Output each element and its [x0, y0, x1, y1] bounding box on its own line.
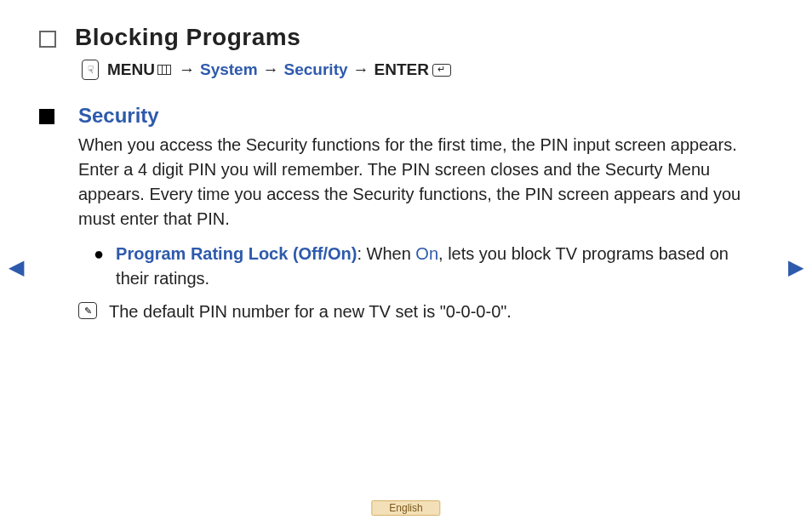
- page-title: Blocking Programs: [75, 24, 300, 51]
- section-paragraph: When you access the Security functions f…: [78, 133, 761, 231]
- breadcrumb-enter: ENTER: [375, 60, 429, 79]
- section-title: Security: [78, 104, 761, 128]
- breadcrumb-security: Security: [284, 60, 348, 79]
- breadcrumb-arrow: →: [263, 60, 279, 79]
- section-bullet-icon: [39, 109, 54, 124]
- note-text: The default PIN number for a new TV set …: [109, 300, 512, 324]
- breadcrumb-menu: MENU: [107, 60, 155, 79]
- breadcrumb-arrow: →: [353, 60, 369, 79]
- next-page-arrow[interactable]: ▶: [788, 255, 803, 279]
- prev-page-arrow[interactable]: ◀: [9, 255, 24, 279]
- title-bullet-icon: [39, 31, 56, 48]
- enter-icon: [432, 64, 451, 77]
- bullet-dot-icon: ●: [94, 242, 104, 291]
- feature-bullet: ● Program Rating Lock (Off/On): When On,…: [94, 242, 761, 291]
- breadcrumb-system: System: [200, 60, 258, 79]
- breadcrumb-arrow: →: [179, 60, 195, 79]
- feature-on: On: [415, 244, 438, 263]
- feature-after: : When: [357, 244, 415, 263]
- breadcrumb: ☟ MENU → System → Security → ENTER: [82, 60, 761, 80]
- feature-name: Program Rating Lock (Off/On): [116, 244, 357, 263]
- remote-icon: ☟: [82, 60, 99, 80]
- language-badge: English: [371, 500, 440, 516]
- note-row: ✎ The default PIN number for a new TV se…: [78, 300, 761, 324]
- pencil-note-icon: ✎: [78, 302, 97, 319]
- menu-grid-icon: [157, 65, 171, 75]
